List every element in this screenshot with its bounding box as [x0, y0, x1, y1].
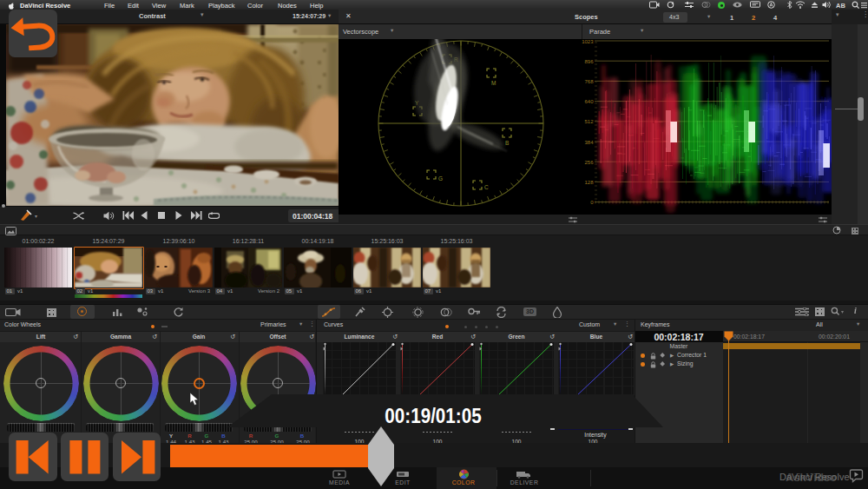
svg-text:512: 512: [584, 119, 594, 124]
svg-text:B: B: [505, 140, 509, 146]
svg-text:M: M: [491, 80, 496, 86]
svg-text:G: G: [438, 175, 443, 182]
svg-text:128: 128: [584, 180, 594, 185]
svg-text:256: 256: [584, 160, 594, 165]
svg-text:1023: 1023: [582, 39, 594, 44]
svg-text:C: C: [484, 184, 489, 190]
svg-text:896: 896: [584, 59, 594, 64]
svg-text:640: 640: [584, 99, 594, 104]
svg-text:384: 384: [584, 140, 594, 145]
svg-text:768: 768: [584, 79, 594, 84]
